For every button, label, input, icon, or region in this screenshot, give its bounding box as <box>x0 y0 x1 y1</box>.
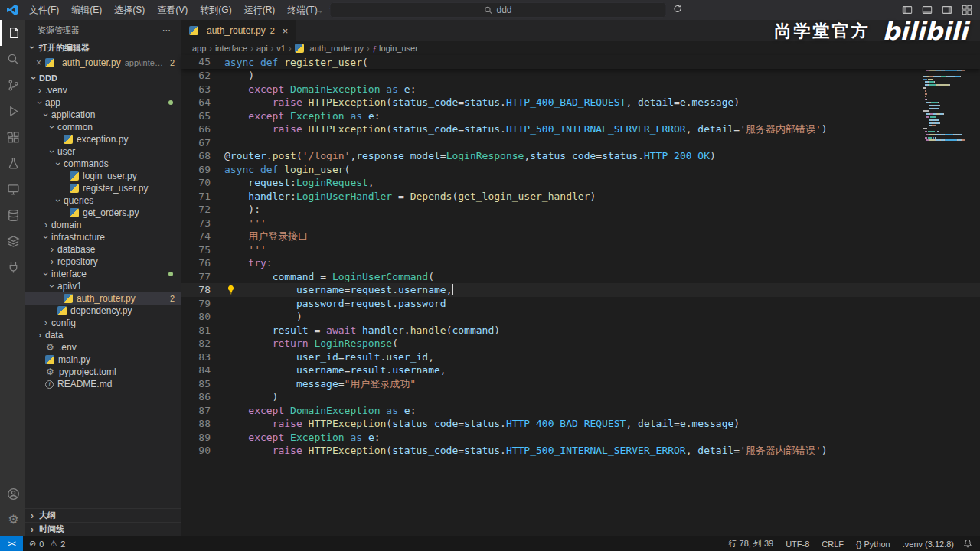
notifications-bell-icon[interactable] <box>963 539 980 549</box>
code-line[interactable]: 68@router.post('/login',response_model=L… <box>181 149 980 163</box>
code-line[interactable]: 85 message="用户登录成功" <box>181 377 980 391</box>
close-icon[interactable]: × <box>36 57 41 68</box>
tree-item[interactable]: ›application <box>25 109 181 121</box>
code-editor[interactable]: 62 )63 except DomainException as e:64 ra… <box>181 69 980 536</box>
manage-gear-icon[interactable]: ⚙ <box>0 507 25 533</box>
menu-item[interactable]: 文件(F) <box>23 0 65 20</box>
code-line[interactable]: 75 ''' <box>181 243 980 257</box>
code-line[interactable]: 69async def login_user( <box>181 163 980 177</box>
status-item[interactable]: UTF-8 <box>786 540 809 549</box>
code-line[interactable]: 64 raise HTTPException(status_code=statu… <box>181 96 980 109</box>
forward-icon[interactable]: → <box>314 5 324 16</box>
command-center-search[interactable]: ddd <box>330 2 667 18</box>
search-icon[interactable] <box>0 46 25 72</box>
tree-item[interactable]: ›infrastructure <box>25 231 181 243</box>
code-line[interactable]: 65 except Exception as e: <box>181 109 980 123</box>
code-line[interactable]: 78 username=request.username, <box>181 283 980 297</box>
tree-item[interactable]: ›get_orders.py <box>25 207 181 219</box>
code-line[interactable]: 87 except DomainException as e: <box>181 404 980 418</box>
testing-icon[interactable] <box>0 150 25 176</box>
code-line[interactable]: 77 command = LoginUserCommand( <box>181 270 980 284</box>
breadcrumb-item[interactable]: ƒlogin_user <box>373 44 418 53</box>
code-line[interactable]: 88 raise HTTPException(status_code=statu… <box>181 417 980 431</box>
breadcrumb-item[interactable]: api <box>256 44 268 53</box>
tree-item[interactable]: ›interface <box>25 268 181 280</box>
more-actions-icon[interactable]: ⋯ <box>162 25 172 35</box>
code-line[interactable]: 72 ): <box>181 203 980 217</box>
tree-item[interactable]: ›auth_router.py2 <box>25 292 181 305</box>
status-item[interactable]: CRLF <box>822 540 844 549</box>
status-item[interactable]: 行 78, 列 39 <box>728 538 773 549</box>
extensions-icon[interactable] <box>0 124 25 150</box>
toggle-secondary-sidebar-icon[interactable] <box>942 5 952 15</box>
sticky-scroll-line[interactable]: 45 async def register_user( <box>181 55 980 69</box>
code-line[interactable]: 89 except Exception as e: <box>181 431 980 445</box>
menu-item[interactable]: 运行(R) <box>238 0 282 20</box>
explorer-icon[interactable] <box>0 20 25 46</box>
tree-item[interactable]: ›⚙.env <box>25 341 181 354</box>
database-icon[interactable] <box>0 202 25 228</box>
toggle-sidebar-icon[interactable] <box>902 5 913 15</box>
code-line[interactable]: 79 password=request.password <box>181 297 980 311</box>
tree-item[interactable]: ›.venv <box>25 84 181 96</box>
code-line[interactable]: 63 except DomainException as e: <box>181 83 980 96</box>
tree-item[interactable]: ›⚙pyproject.toml <box>25 366 181 378</box>
code-line[interactable]: 76 try: <box>181 256 980 270</box>
code-line[interactable]: 71 handler:LoginUserHandler = Depends(ge… <box>181 190 980 204</box>
history-sync-icon[interactable] <box>673 4 683 16</box>
tree-item[interactable]: ›dependency.py <box>25 305 181 317</box>
breadcrumb-item[interactable]: app <box>192 44 206 53</box>
toggle-panel-icon[interactable] <box>922 5 933 15</box>
open-editor-item[interactable]: × auth_router.py app\interface\api\... 2 <box>25 55 181 70</box>
lightbulb-icon[interactable] <box>226 285 236 295</box>
tree-item[interactable]: ›repository <box>25 256 181 268</box>
breadcrumb-item[interactable]: interface <box>215 44 247 53</box>
open-editors-section[interactable]: › 打开的编辑器 <box>25 40 181 55</box>
plug-icon[interactable] <box>0 254 25 280</box>
code-line[interactable]: 70 request:LoginRequest, <box>181 176 980 190</box>
tree-item[interactable]: ›domain <box>25 219 181 231</box>
code-line[interactable]: 73 ''' <box>181 217 980 230</box>
accounts-icon[interactable] <box>0 481 25 507</box>
code-line[interactable]: 66 raise HTTPException(status_code=statu… <box>181 122 980 136</box>
tree-item[interactable]: ›database <box>25 243 181 256</box>
run-and-debug-icon[interactable] <box>0 98 25 124</box>
breadcrumb-item[interactable]: auth_router.py <box>295 44 364 53</box>
tree-item[interactable]: ›DDD <box>25 72 181 84</box>
minimap[interactable] <box>923 58 977 142</box>
status-item[interactable]: {} Python <box>856 540 890 549</box>
tree-item[interactable]: ›register_user.py <box>25 182 181 194</box>
source-control-icon[interactable] <box>0 72 25 98</box>
code-line[interactable]: 83 user_id=result.user_id, <box>181 350 980 364</box>
tree-item[interactable]: ›exception.py <box>25 133 181 145</box>
timeline-section[interactable]: › 时间线 <box>25 522 181 536</box>
tree-item[interactable]: ›queries <box>25 194 181 207</box>
status-item[interactable]: .venv (3.12.8) <box>903 540 954 549</box>
code-line[interactable]: 67 <box>181 136 980 150</box>
tree-item[interactable]: ›config <box>25 317 181 329</box>
code-line[interactable]: 86 ) <box>181 390 980 404</box>
tree-item[interactable]: ›main.py <box>25 354 181 366</box>
menu-item[interactable]: 转到(G) <box>194 0 237 20</box>
problems-status[interactable]: ⊘ 0 ⚠ 2 <box>29 539 65 549</box>
breadcrumb-item[interactable]: v1 <box>276 44 286 53</box>
outline-section[interactable]: › 大纲 <box>25 508 181 522</box>
layers-icon[interactable] <box>0 228 25 254</box>
remote-indicator[interactable]: >< <box>0 536 23 551</box>
tree-item[interactable]: ›iREADME.md <box>25 378 181 390</box>
code-line[interactable]: 62 ) <box>181 69 980 83</box>
customize-layout-icon[interactable] <box>962 5 972 15</box>
code-line[interactable]: 80 ) <box>181 310 980 324</box>
tree-item[interactable]: ›commands <box>25 158 181 170</box>
tab-auth-router[interactable]: auth_router.py 2 × <box>181 20 296 41</box>
tree-item[interactable]: ›common <box>25 121 181 133</box>
tree-item[interactable]: ›login_user.py <box>25 170 181 182</box>
tree-item[interactable]: ›api\v1 <box>25 280 181 292</box>
code-line[interactable]: 82 return LoginResponse( <box>181 337 980 350</box>
menu-item[interactable]: 选择(S) <box>108 0 151 20</box>
menu-item[interactable]: 查看(V) <box>151 0 194 20</box>
close-icon[interactable]: × <box>283 25 289 37</box>
menu-item[interactable]: 编辑(E) <box>65 0 108 20</box>
back-icon[interactable]: ← <box>298 5 308 16</box>
tree-item[interactable]: ›data <box>25 329 181 341</box>
